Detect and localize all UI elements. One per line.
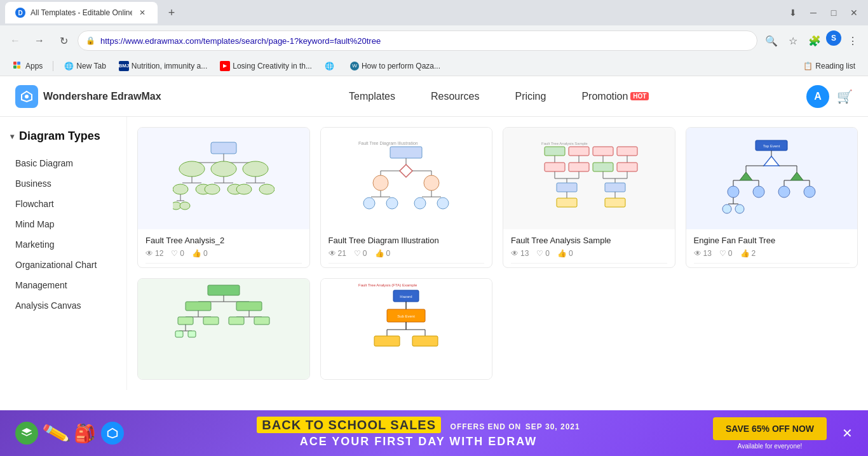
card-image-6: Fault Tree Analysis (FTA) Example Hazard… (321, 279, 492, 380)
lock-icon: 🔒 (86, 36, 95, 45)
sidebar-item-marketing[interactable]: Marketing (0, 234, 126, 255)
reading-list-label: Reading list (815, 62, 855, 70)
svg-marker-35 (400, 164, 412, 177)
svg-point-10 (211, 161, 236, 177)
template-card-6[interactable]: Fault Tree Analysis (FTA) Example Hazard… (320, 278, 493, 380)
author-avatar-4: L (694, 267, 709, 268)
bookmark-wordpress[interactable]: W How to perform Qaza... (345, 60, 445, 72)
svg-rect-69 (557, 183, 577, 192)
sidebar-item-basic[interactable]: Basic Diagram (0, 153, 126, 173)
refresh-button[interactable]: ↻ (53, 30, 74, 51)
card-author-1: A Ashley (146, 263, 302, 268)
tab-close-button[interactable]: ✕ (137, 8, 147, 18)
sidebar: ▾ Diagram Types Basic Diagram Business F… (0, 117, 127, 390)
site-logo[interactable]: Wondershare EdrawMax (15, 85, 161, 108)
logo-icon (15, 85, 38, 108)
svg-point-93 (728, 186, 739, 198)
bookmark-separator (53, 61, 53, 71)
maximize-button[interactable]: □ (825, 4, 843, 22)
template-card-3[interactable]: Fault Tree Analysis Sample (503, 127, 675, 268)
bookmark-globe2[interactable]: 🌐 (320, 60, 342, 72)
svg-rect-33 (390, 147, 422, 158)
tab-favicon: D (15, 8, 25, 18)
close-button[interactable]: ✕ (845, 4, 863, 22)
forward-button[interactable]: → (29, 30, 50, 51)
card-stats-4: 👁 13 ♡ 0 👍 2 (694, 249, 850, 258)
download-icon[interactable]: ⬇ (784, 4, 802, 22)
svg-point-46 (386, 198, 398, 209)
browser-tab[interactable]: D All Templates - Editable Online | Ed ✕ (5, 2, 158, 23)
card-stats-2: 👁 21 ♡ 0 👍 0 (329, 249, 485, 258)
card-author-3: A Ashley (511, 263, 667, 268)
sidebar-item-analysis[interactable]: Analysis Canvas (0, 295, 126, 316)
sidebar-section-title[interactable]: ▾ Diagram Types (0, 130, 126, 153)
toolbar-icons: 🔍 ☆ 🧩 S ⋮ (761, 30, 863, 51)
svg-rect-106 (208, 285, 240, 295)
card-image-5 (138, 279, 309, 380)
sidebar-item-flowchart[interactable]: Flowchart (0, 194, 126, 214)
bookmark-youtube[interactable]: ▶ Losing Creativity in th... (215, 60, 317, 72)
profile-avatar-button[interactable]: S (826, 30, 841, 46)
template-card-2[interactable]: Fault Tree Diagram Illustration (320, 127, 493, 268)
svg-point-104 (722, 205, 731, 213)
svg-rect-115 (178, 317, 193, 325)
svg-point-105 (735, 205, 744, 213)
svg-rect-110 (186, 302, 211, 311)
puzzle-icon-button[interactable]: 🧩 (804, 30, 825, 51)
template-card-5[interactable] (137, 278, 310, 380)
bookmarks-bar: Apps 🌐 New Tab BMJ Nutrition, immunity a… (0, 56, 868, 76)
card-title-3: Fault Tree Analysis Sample (511, 236, 667, 245)
stat-thumbs-2: 👍 0 (375, 249, 391, 258)
sidebar-item-business[interactable]: Business (0, 173, 126, 194)
template-card-4[interactable]: Top Event (686, 127, 858, 268)
svg-rect-56 (617, 147, 637, 156)
bookmark-new-tab[interactable]: 🌐 New Tab (58, 60, 111, 72)
star-icon-button[interactable]: ☆ (783, 30, 803, 51)
stat-likes-4: ♡ 0 (719, 249, 733, 258)
template-card-1[interactable]: Fault Tree Analysis_2 👁 12 ♡ 0 👍 0 A Ash… (137, 127, 310, 268)
svg-text:Hazard: Hazard (400, 295, 412, 298)
bookmark-apps[interactable]: Apps (8, 60, 48, 72)
sidebar-item-mindmap[interactable]: Mind Map (0, 214, 126, 234)
back-button[interactable]: ← (5, 30, 25, 51)
user-avatar[interactable]: A (806, 85, 829, 108)
nav-templates[interactable]: Templates (331, 76, 413, 117)
reading-list-button[interactable]: 📋 Reading list (798, 60, 860, 72)
wordpress-icon: W (350, 62, 359, 70)
new-tab-button[interactable]: + (163, 4, 180, 22)
search-icon-button[interactable]: 🔍 (761, 30, 782, 51)
sidebar-item-org[interactable]: Organizational Chart (0, 255, 126, 275)
bookmark-bmj[interactable]: BMJ Nutrition, immunity a... (114, 60, 212, 72)
svg-rect-139 (412, 336, 438, 346)
stat-thumbs-4: 👍 2 (740, 249, 756, 258)
card-image-3: Fault Tree Analysis Sample (503, 128, 675, 229)
nav-pricing[interactable]: Pricing (498, 76, 564, 117)
author-avatar-1: A (146, 267, 161, 268)
nav-promotion[interactable]: Promotion HOT (564, 76, 667, 117)
svg-rect-55 (593, 147, 613, 156)
url-text: https://www.edrawmax.com/templates/searc… (100, 36, 749, 46)
stat-likes-3: ♡ 0 (536, 249, 550, 258)
cart-icon[interactable]: 🛒 (837, 89, 853, 104)
header-actions: A 🛒 (806, 85, 853, 108)
address-bar[interactable]: 🔒 https://www.edrawmax.com/templates/sea… (78, 30, 757, 51)
content-area: Fault Tree Analysis_2 👁 12 ♡ 0 👍 0 A Ash… (127, 117, 868, 390)
svg-text:Sub Event: Sub Event (397, 314, 415, 318)
svg-point-15 (173, 184, 188, 194)
minimize-button[interactable]: ─ (804, 4, 822, 22)
sidebar-item-management[interactable]: Management (0, 275, 126, 295)
youtube-label: Losing Creativity in th... (233, 62, 312, 70)
svg-point-45 (363, 198, 375, 209)
hot-badge: HOT (630, 92, 649, 100)
svg-point-31 (180, 202, 190, 210)
nav-resources[interactable]: Resources (413, 76, 497, 117)
svg-point-25 (236, 184, 252, 194)
more-options-button[interactable]: ⋮ (843, 30, 863, 51)
fault-tree-diagram-2: Fault Tree Diagram Illustration (355, 137, 457, 220)
svg-rect-64 (617, 163, 637, 171)
svg-point-11 (243, 161, 268, 177)
website-content: Wondershare EdrawMax Templates Resources… (0, 76, 868, 390)
card-info-1: Fault Tree Analysis_2 👁 12 ♡ 0 👍 0 A Ash… (138, 229, 309, 268)
svg-point-100 (804, 186, 815, 198)
card-title-1: Fault Tree Analysis_2 (146, 236, 302, 245)
